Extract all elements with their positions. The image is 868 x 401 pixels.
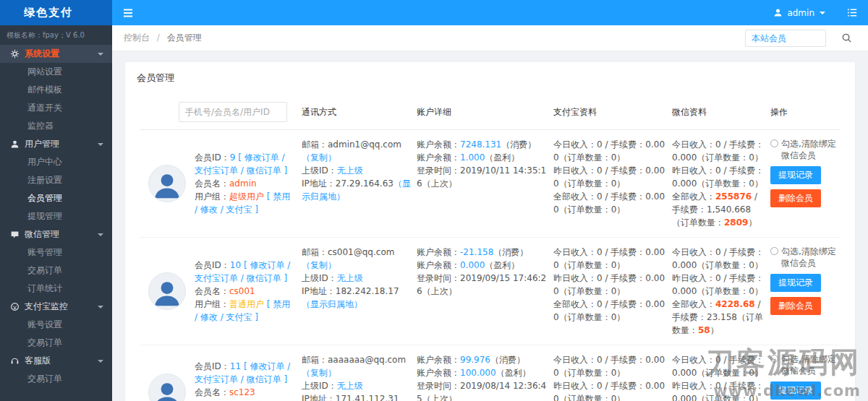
search-icon[interactable] — [841, 33, 852, 43]
delete-member-button[interactable]: 删除会员 — [770, 189, 821, 207]
group-action-link[interactable]: 禁用 — [273, 299, 290, 309]
chat-icon — [10, 230, 25, 239]
field-label: ） — [616, 394, 625, 401]
sidebar-item[interactable]: 交易订单 — [0, 262, 112, 280]
sidebar-item[interactable]: 会员管理 — [0, 189, 112, 207]
group-action-link[interactable]: 禁用 — [273, 191, 290, 202]
group-action-link[interactable]: 支付宝 — [226, 204, 252, 215]
clear-wechat-checkbox[interactable]: 勾选,清除绑定微信会员 — [770, 353, 838, 376]
field-label: 全部收入： — [553, 191, 597, 202]
sidebar-group-0[interactable]: 系统设置 — [0, 45, 112, 63]
sidebar-item[interactable]: 监控器 — [0, 117, 112, 135]
member-name-value: sc123 — [229, 387, 255, 397]
field-label: 昨日收入： — [553, 273, 597, 283]
field-label: / 手续费： — [603, 165, 646, 176]
sidebar-group-2[interactable]: 微信管理 — [0, 225, 112, 243]
sidebar-item[interactable]: 交易订单 — [0, 334, 112, 352]
field-label: ） — [616, 178, 625, 189]
member-row: 会员ID：10 [ 修改订单 / 支付宝订单 / 微信订单 ]会员名：cs001… — [140, 238, 841, 345]
account-cell: 账户余额：-21.158（消费）账户余额：0.000（盈利）登录时间：2019/… — [417, 246, 550, 337]
field-label: 用户组： — [195, 191, 229, 202]
sidebar-item[interactable]: 用户中心 — [0, 153, 112, 171]
order-link[interactable]: 支付宝订单 — [195, 273, 238, 283]
field-label: ） — [616, 286, 625, 296]
order-link[interactable]: 修改订单 — [250, 361, 284, 371]
group-action-link[interactable]: 支付宝 — [226, 312, 252, 322]
sidebar-item[interactable]: 网站设置 — [0, 63, 112, 81]
sidebar-item[interactable]: 提现管理 — [0, 207, 112, 225]
sidebar-group-1[interactable]: 用户管理 — [0, 135, 112, 153]
order-count-value: 2809 — [724, 217, 748, 228]
sidebar-item[interactable]: 注册设置 — [0, 171, 112, 189]
sidebar-item[interactable]: 通道开关 — [0, 99, 112, 117]
field-label: （订单数量： — [697, 260, 749, 270]
order-link[interactable]: 支付宝订单 — [195, 374, 238, 384]
income-value: 0 — [715, 381, 721, 391]
copy-link[interactable]: （复制） — [302, 152, 336, 163]
column-header-actions: 操作 — [770, 106, 841, 118]
menu-toggle-icon[interactable] — [122, 7, 134, 19]
order-link[interactable]: 微信订单 — [247, 273, 281, 283]
member-row: 会员ID：11 [ 修改订单 / 支付宝订单 / 微信订单 ]会员名：sc123… — [140, 345, 841, 401]
stat-line: 全部收入：0 / 手续费：0.000（订单数量：0） — [553, 298, 666, 324]
order-link[interactable]: 支付宝订单 — [195, 165, 238, 176]
sidebar-item[interactable]: 订单统计 — [0, 280, 112, 298]
income-value: 0 — [597, 247, 603, 257]
delete-member-button[interactable]: 删除会员 — [770, 297, 821, 315]
sidebar-group-label: 客服版 — [25, 355, 98, 367]
member-id-value[interactable]: 9 — [230, 152, 236, 163]
withdraw-records-button[interactable]: 提现记录 — [770, 166, 821, 184]
field-label: （上次） — [422, 394, 457, 401]
withdraw-records-button[interactable]: 提现记录 — [770, 274, 821, 292]
sidebar-item[interactable]: 账号管理 — [0, 243, 112, 262]
clear-wechat-checkbox[interactable]: 勾选,清除绑定微信会员 — [770, 246, 838, 269]
parent-id-link[interactable]: 无上级 — [337, 381, 363, 391]
site-search-input[interactable] — [745, 30, 826, 47]
breadcrumb-home[interactable]: 控制台 — [124, 33, 150, 43]
field-label: 今日收入： — [672, 247, 715, 257]
field-label: ） — [616, 312, 625, 322]
field-label: （订单数量： — [697, 394, 749, 401]
group-action-link[interactable]: 修改 — [200, 204, 218, 215]
member-search-input[interactable] — [179, 102, 287, 122]
sidebar-item[interactable]: 邮件模板 — [0, 81, 112, 99]
chevron-down-icon — [98, 360, 103, 363]
email-value: cs001@qq.com — [328, 247, 394, 257]
member-cell: 会员ID：11 [ 修改订单 / 支付宝订单 / 微信订单 ]会员名：sc123… — [140, 353, 299, 401]
column-header-contact: 通讯方式 — [302, 106, 414, 118]
radio-icon — [770, 139, 778, 147]
fee-value: 1,540.668 — [707, 204, 751, 215]
member-id-value[interactable]: 11 — [230, 361, 241, 371]
field-label: ） — [748, 217, 757, 228]
clear-wechat-checkbox[interactable]: 勾选,清除绑定微信会员 — [770, 138, 838, 161]
withdraw-records-button[interactable]: 提现记录 — [770, 381, 821, 400]
order-link[interactable]: 修改订单 — [250, 260, 284, 270]
field-label: 上级ID： — [302, 273, 337, 283]
income-value: 0 — [715, 273, 721, 283]
field-label: 登录时间： — [417, 165, 460, 176]
sidebar-item[interactable]: 账号设置 — [0, 316, 112, 334]
list-menu-icon[interactable] — [847, 7, 858, 18]
parent-id-link[interactable]: 无上级 — [337, 165, 363, 176]
copy-link[interactable]: （复制） — [302, 368, 336, 378]
order-link[interactable]: 微信订单 — [247, 165, 281, 176]
group-action-link[interactable]: 修改 — [200, 312, 218, 322]
field-label: / 手续费： — [721, 139, 765, 150]
user-menu[interactable]: admin — [773, 7, 825, 18]
sidebar-group-4[interactable]: 客服版 — [0, 352, 112, 370]
service-icon — [10, 356, 25, 366]
member-id-value[interactable]: 10 — [230, 260, 241, 270]
field-label: 会员ID： — [195, 152, 230, 163]
gear-icon — [10, 49, 25, 59]
copy-link[interactable]: （复制） — [302, 260, 336, 270]
ip-geo-link[interactable]: （显示归属地） — [302, 299, 362, 309]
order-link[interactable]: 微信订单 — [247, 374, 281, 384]
order-link[interactable]: 修改订单 — [244, 152, 279, 163]
field-label: IP地址： — [302, 286, 336, 296]
radio-icon — [770, 355, 778, 363]
sidebar-item[interactable]: 交易订单 — [0, 370, 112, 388]
parent-id-link[interactable]: 无上级 — [337, 273, 363, 283]
field-label: ） — [754, 178, 763, 189]
sidebar-group-3[interactable]: 支付宝监控 — [0, 298, 112, 316]
stat-line: 今日收入：0 / 手续费：0.000（订单数量：0） — [672, 246, 765, 272]
